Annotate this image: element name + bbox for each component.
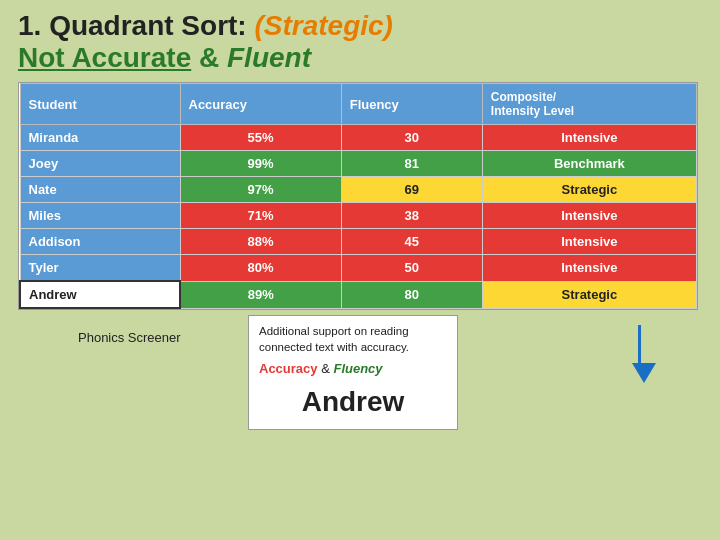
main-table: Student Accuracy Fluency Composite/Inten… — [19, 83, 697, 309]
title-amp: & — [191, 42, 227, 73]
title-strategic: (Strategic) — [254, 10, 392, 41]
student-name-cell: Andrew — [20, 281, 180, 308]
page-wrapper: 1. Quadrant Sort: (Strategic) Not Accura… — [0, 0, 720, 540]
accuracy-cell: 55% — [180, 125, 341, 151]
tooltip-accent: Accuracy & Fluency — [259, 360, 447, 378]
composite-cell: Intensive — [482, 125, 696, 151]
table-header-row: Student Accuracy Fluency Composite/Inten… — [20, 84, 697, 125]
accuracy-cell: 71% — [180, 203, 341, 229]
col-accuracy: Accuracy — [180, 84, 341, 125]
tooltip-fluency: Fluency — [333, 361, 382, 376]
student-name-cell: Nate — [20, 177, 180, 203]
table-row: Miranda55%30Intensive — [20, 125, 697, 151]
table-row: Nate97%69Strategic — [20, 177, 697, 203]
col-fluency: Fluency — [341, 84, 482, 125]
table-row: Addison88%45Intensive — [20, 229, 697, 255]
title-line2: Not Accurate & Fluent — [18, 42, 702, 74]
fluency-cell: 38 — [341, 203, 482, 229]
student-name-cell: Tyler — [20, 255, 180, 282]
tooltip-accuracy: Accuracy — [259, 361, 318, 376]
composite-cell: Strategic — [482, 177, 696, 203]
tooltip-amp: & — [318, 361, 334, 376]
tooltip-box: Additional support on reading connected … — [248, 315, 458, 430]
composite-cell: Intensive — [482, 229, 696, 255]
title-prefix: 1. Quadrant Sort: — [18, 10, 254, 41]
student-name-cell: Miranda — [20, 125, 180, 151]
composite-cell: Intensive — [482, 203, 696, 229]
accuracy-cell: 88% — [180, 229, 341, 255]
student-name-cell: Joey — [20, 151, 180, 177]
student-name-cell: Addison — [20, 229, 180, 255]
bottom-area: Phonics Screener Additional support on r… — [18, 320, 702, 345]
table-row: Joey99%81Benchmark — [20, 151, 697, 177]
accuracy-cell: 99% — [180, 151, 341, 177]
arrow-down-icon — [632, 363, 656, 383]
accuracy-cell: 80% — [180, 255, 341, 282]
accuracy-cell: 97% — [180, 177, 341, 203]
col-composite: Composite/Intensity Level — [482, 84, 696, 125]
composite-cell: Benchmark — [482, 151, 696, 177]
fluency-cell: 50 — [341, 255, 482, 282]
title-line1: 1. Quadrant Sort: (Strategic) — [18, 10, 702, 42]
col-student: Student — [20, 84, 180, 125]
fluency-cell: 81 — [341, 151, 482, 177]
title-area: 1. Quadrant Sort: (Strategic) Not Accura… — [18, 10, 702, 74]
phonics-screener-label: Phonics Screener — [78, 330, 181, 345]
composite-cell: Intensive — [482, 255, 696, 282]
table-row: Andrew89%80Strategic — [20, 281, 697, 308]
title-not-accurate: Not Accurate — [18, 42, 191, 73]
andrew-label: Andrew — [259, 382, 447, 421]
fluency-cell: 45 — [341, 229, 482, 255]
table-row: Tyler80%50Intensive — [20, 255, 697, 282]
composite-cell: Strategic — [482, 281, 696, 308]
main-table-wrapper: Student Accuracy Fluency Composite/Inten… — [18, 82, 698, 310]
accuracy-cell: 89% — [180, 281, 341, 308]
arrow-line — [638, 325, 641, 363]
fluency-cell: 30 — [341, 125, 482, 151]
fluency-cell: 69 — [341, 177, 482, 203]
table-row: Miles71%38Intensive — [20, 203, 697, 229]
tooltip-text: Additional support on reading connected … — [259, 323, 447, 355]
student-name-cell: Miles — [20, 203, 180, 229]
title-fluent: Fluent — [227, 42, 311, 73]
table-body: Miranda55%30IntensiveJoey99%81BenchmarkN… — [20, 125, 697, 309]
fluency-cell: 80 — [341, 281, 482, 308]
